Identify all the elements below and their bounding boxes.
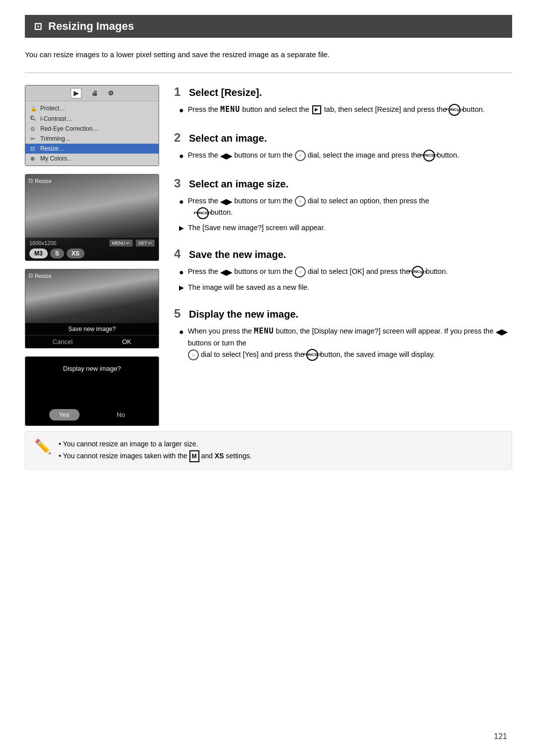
dial-4: ○ <box>295 266 306 277</box>
page-title-bar: ⊡ Resizing Images <box>25 15 512 38</box>
notes-section: ✏️ • You cannot resize an image to a lar… <box>25 431 512 470</box>
steps-column: 1 Select [Resize]. ● Press the MENU butt… <box>174 85 512 375</box>
menu-tab-settings: ⚙ <box>108 89 114 97</box>
func-set-btn-4: FUNCSET <box>412 266 424 278</box>
step-4: 4 Save the new image. ● Press the ◀▶ but… <box>174 247 512 293</box>
step-5: 5 Display the new image. ● When you pres… <box>174 307 512 360</box>
protect-icon: 🔒 <box>30 105 37 112</box>
menu-item-icontrast: Ci i-Contrast… <box>25 113 159 124</box>
menu-label-inline: MENU <box>220 105 240 114</box>
screenshots-column: ▶ 🖨 ⚙ 🔒 Protect… Ci i-Contrast… ⊙ Red-Ey… <box>25 85 159 426</box>
arrow-btns-2: ◀▶ <box>220 151 232 160</box>
display-dialog-text: Display new image? <box>63 365 121 372</box>
save-screenshot: ⊡ Resize Save new image? Cancel OK <box>25 269 159 348</box>
step-3-title: Select an image size. <box>189 178 288 190</box>
menu-tab-playback: ▶ <box>71 88 82 98</box>
step-5-title: Display the new image. <box>189 309 298 320</box>
step-5-number: 5 <box>174 307 184 321</box>
menu-label-5: MENU <box>254 327 274 336</box>
dial-2: ○ <box>295 150 306 161</box>
func-set-btn-3: FUNCSET <box>197 207 209 219</box>
resize-menu-button: MENU ↩ <box>109 240 133 247</box>
step-4-title: Save the new image. <box>189 249 286 260</box>
playback-tab-icon: ▶ <box>312 105 321 114</box>
size-xs-button: XS <box>67 249 85 258</box>
menu-screenshot: ▶ 🖨 ⚙ 🔒 Protect… Ci i-Contrast… ⊙ Red-Ey… <box>25 85 159 166</box>
display-buttons: Yes No <box>35 409 149 420</box>
func-set-btn-1: FUNCSET <box>448 104 460 116</box>
menu-item-resize: ⊡ Resize… <box>25 144 159 154</box>
page-title: Resizing Images <box>48 20 134 33</box>
save-ok-button: OK <box>122 338 132 345</box>
xs-icon-note: XS <box>215 450 224 462</box>
display-yes-button: Yes <box>49 409 80 420</box>
step-3-number: 3 <box>174 176 184 190</box>
step-1: 1 Select [Resize]. ● Press the MENU butt… <box>174 85 512 117</box>
notes-icon: ✏️ <box>34 438 52 455</box>
save-dialog: Save new image? Cancel OK <box>25 323 159 348</box>
step-3: 3 Select an image size. ● Press the ◀▶ b… <box>174 176 512 233</box>
display-no-button: No <box>107 409 135 420</box>
menu-item-protect: 🔒 Protect… <box>25 103 159 113</box>
page-number: 121 <box>494 732 507 741</box>
step-5-bullet-1: ● When you press the MENU button, the [D… <box>179 326 512 360</box>
resize-screen-label: ⊡ Resize <box>28 177 52 184</box>
menu-item-redeye: ⊙ Red-Eye Correction… <box>25 124 159 134</box>
arrow-btns-3: ◀▶ <box>220 197 232 205</box>
m-icon-note: M <box>189 450 199 462</box>
func-set-btn-2: FUNCSET <box>423 150 435 162</box>
step-1-title: Select [Resize]. <box>189 87 262 98</box>
save-cancel-button: Cancel <box>53 338 73 345</box>
redeye-icon: ⊙ <box>30 126 37 132</box>
intro-text: You can resize images to a lower pixel s… <box>25 49 512 61</box>
step-4-arrow-1: ▶ The image will be saved as a new file. <box>179 282 512 293</box>
title-icon: ⊡ <box>34 20 42 32</box>
resize-size-options: M3 S XS <box>29 249 155 258</box>
size-s-button: S <box>50 249 64 258</box>
size-m3-button: M3 <box>29 249 48 258</box>
trimming-icon: ✂ <box>30 136 37 142</box>
step-2-bullet-1: ● Press the ◀▶ buttons or turn the ○ dia… <box>179 150 512 163</box>
step-1-number: 1 <box>174 85 184 99</box>
dial-5: ○ <box>188 349 199 360</box>
notes-text: • You cannot resize an image to a larger… <box>59 438 252 462</box>
arrow-btns-5: ◀▶ <box>496 328 508 336</box>
step-2: 2 Select an image. ● Press the ◀▶ button… <box>174 131 512 163</box>
menu-item-mycolors: ⊕ My Colors… <box>25 154 159 164</box>
resize-menu-icon: ⊡ <box>30 146 37 152</box>
icontrast-icon: Ci <box>30 115 37 122</box>
save-dialog-text: Save new image? <box>25 323 159 336</box>
content-area: ▶ 🖨 ⚙ 🔒 Protect… Ci i-Contrast… ⊙ Red-Ey… <box>25 85 512 426</box>
resize-size-screenshot: ⊡ Resize 1600x1200 MENU ↩ SET ↩ M3 S XS <box>25 174 159 261</box>
mycolors-icon: ⊕ <box>30 156 37 162</box>
resize-set-button: SET ↩ <box>136 240 155 247</box>
note-item-2: • You cannot resize images taken with th… <box>59 450 252 462</box>
step-3-arrow-1: ▶ The [Save new image?] screen will appe… <box>179 222 512 233</box>
arrow-btns-4: ◀▶ <box>220 268 232 276</box>
save-screen-label: ⊡ Resize <box>28 272 52 279</box>
display-screenshot: Display new image? Yes No <box>25 356 159 426</box>
dial-3: ○ <box>295 196 306 207</box>
resize-resolution-label: 1600x1200 <box>29 240 56 246</box>
menu-top-bar: ▶ 🖨 ⚙ <box>25 85 159 101</box>
step-2-title: Select an image. <box>189 133 267 144</box>
step-4-number: 4 <box>174 247 184 261</box>
divider <box>25 73 512 73</box>
step-1-bullet-1: ● Press the MENU button and select the ▶… <box>179 104 512 117</box>
menu-tab-print: 🖨 <box>91 89 98 97</box>
menu-items-list: 🔒 Protect… Ci i-Contrast… ⊙ Red-Eye Corr… <box>25 101 159 166</box>
note-item-1: • You cannot resize an image to a larger… <box>59 438 252 450</box>
step-2-number: 2 <box>174 131 184 145</box>
menu-item-trimming: ✂ Trimming… <box>25 134 159 144</box>
func-set-btn-5: FUNCSET <box>306 349 318 361</box>
step-4-bullet-1: ● Press the ◀▶ buttons or turn the ○ dia… <box>179 266 512 279</box>
save-dialog-buttons: Cancel OK <box>25 336 159 348</box>
step-3-bullet-1: ● Press the ◀▶ buttons or turn the ○ dia… <box>179 195 512 219</box>
resize-bottom-controls: 1600x1200 MENU ↩ SET ↩ M3 S XS <box>25 238 159 260</box>
